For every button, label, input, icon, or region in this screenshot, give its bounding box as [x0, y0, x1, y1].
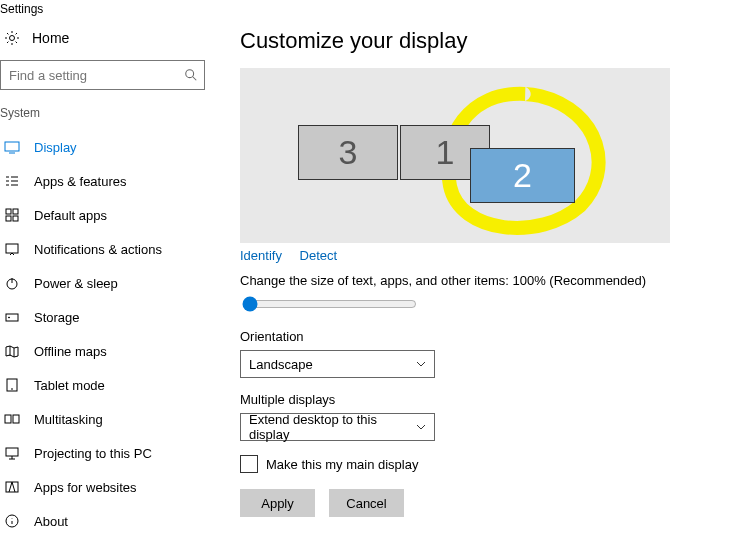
apply-button[interactable]: Apply: [240, 489, 315, 517]
svg-rect-7: [6, 244, 18, 253]
sidebar-item-notifications[interactable]: Notifications & actions: [0, 232, 210, 266]
sidebar-nav: Display Apps & features Default apps Not…: [0, 130, 210, 538]
storage-icon: [4, 309, 20, 325]
chevron-down-icon: [416, 422, 426, 432]
nav-label: About: [34, 514, 68, 529]
apps-web-icon: [4, 479, 20, 495]
nav-label: Notifications & actions: [34, 242, 162, 257]
svg-rect-2: [5, 142, 19, 151]
search-input[interactable]: [0, 60, 205, 90]
map-icon: [4, 343, 20, 359]
sidebar-item-display[interactable]: Display: [0, 130, 210, 164]
nav-label: Storage: [34, 310, 80, 325]
svg-point-0: [10, 36, 15, 41]
main-display-label: Make this my main display: [266, 457, 418, 472]
identify-link[interactable]: Identify: [240, 248, 282, 263]
nav-label: Tablet mode: [34, 378, 105, 393]
search-icon: [184, 68, 198, 82]
multiple-displays-label: Multiple displays: [240, 392, 750, 407]
svg-rect-14: [6, 448, 18, 456]
multiple-displays-select[interactable]: Extend desktop to this display: [240, 413, 435, 441]
nav-label: Apps & features: [34, 174, 127, 189]
about-icon: [4, 513, 20, 529]
cancel-button[interactable]: Cancel: [329, 489, 404, 517]
nav-label: Display: [34, 140, 77, 155]
svg-rect-13: [13, 415, 19, 423]
display-icon: [4, 139, 20, 155]
sidebar-item-storage[interactable]: Storage: [0, 300, 210, 334]
svg-rect-5: [6, 216, 11, 221]
sidebar-item-tablet[interactable]: Tablet mode: [0, 368, 210, 402]
scale-label: Change the size of text, apps, and other…: [240, 273, 750, 288]
sidebar-item-power[interactable]: Power & sleep: [0, 266, 210, 300]
monitor-2[interactable]: 2: [470, 148, 575, 203]
sidebar-item-projecting[interactable]: Projecting to this PC: [0, 436, 210, 470]
nav-label: Multitasking: [34, 412, 103, 427]
svg-point-1: [186, 70, 194, 78]
nav-label: Power & sleep: [34, 276, 118, 291]
orientation-select[interactable]: Landscape: [240, 350, 435, 378]
home-label: Home: [32, 30, 69, 46]
scale-slider[interactable]: [242, 296, 417, 312]
orientation-label: Orientation: [240, 329, 750, 344]
svg-rect-3: [6, 209, 11, 214]
sidebar-item-apps[interactable]: Apps & features: [0, 164, 210, 198]
gear-icon: [4, 30, 20, 46]
detect-link[interactable]: Detect: [300, 248, 338, 263]
tablet-icon: [4, 377, 20, 393]
orientation-value: Landscape: [249, 357, 313, 372]
home-nav[interactable]: Home: [0, 22, 210, 60]
sidebar-item-multitask[interactable]: Multitasking: [0, 402, 210, 436]
svg-rect-4: [13, 209, 18, 214]
nav-label: Apps for websites: [34, 480, 137, 495]
multitask-icon: [4, 411, 20, 427]
projecting-icon: [4, 445, 20, 461]
sidebar-item-about[interactable]: About: [0, 504, 210, 538]
svg-rect-12: [5, 415, 11, 423]
nav-label: Projecting to this PC: [34, 446, 152, 461]
svg-point-10: [9, 317, 10, 318]
main-display-checkbox[interactable]: Make this my main display: [240, 455, 750, 473]
default-apps-icon: [4, 207, 20, 223]
nav-label: Offline maps: [34, 344, 107, 359]
page-title: Customize your display: [240, 0, 750, 68]
svg-rect-9: [6, 314, 18, 321]
search-field[interactable]: [7, 67, 177, 84]
nav-label: Default apps: [34, 208, 107, 223]
monitor-3[interactable]: 3: [298, 125, 398, 180]
section-label: System: [0, 106, 210, 130]
display-arrangement-area[interactable]: 3 1 2: [240, 68, 670, 243]
power-icon: [4, 275, 20, 291]
sidebar-item-offline-maps[interactable]: Offline maps: [0, 334, 210, 368]
sidebar-item-default-apps[interactable]: Default apps: [0, 198, 210, 232]
chevron-down-icon: [416, 359, 426, 369]
checkbox-box[interactable]: [240, 455, 258, 473]
multiple-displays-value: Extend desktop to this display: [249, 412, 416, 442]
svg-rect-6: [13, 216, 18, 221]
app-title: Settings: [0, 0, 210, 22]
apps-icon: [4, 173, 20, 189]
notifications-icon: [4, 241, 20, 257]
sidebar-item-apps-web[interactable]: Apps for websites: [0, 470, 210, 504]
